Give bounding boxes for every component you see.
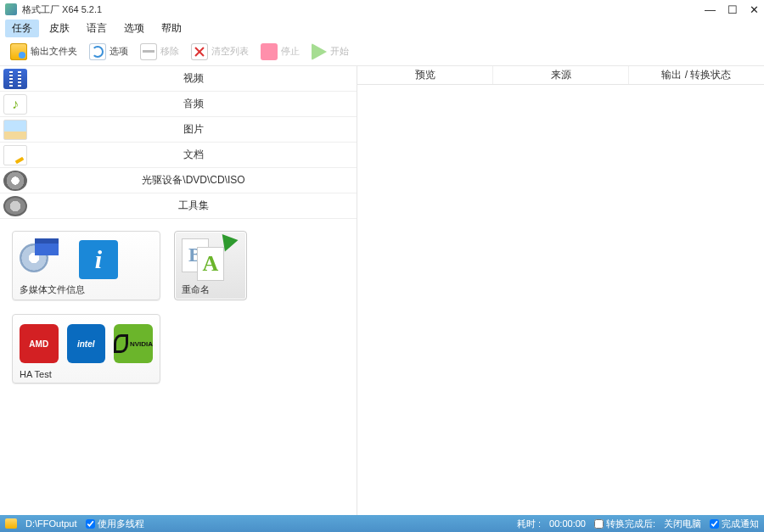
multithread-checkbox[interactable] bbox=[86, 519, 95, 529]
category-video[interactable]: 视频 bbox=[0, 66, 357, 92]
multithread-label: 使用多线程 bbox=[98, 518, 144, 530]
stop-icon bbox=[261, 43, 278, 60]
menu-bar: 任务 皮肤 语言 选项 帮助 bbox=[0, 19, 764, 37]
notify-toggle[interactable]: 完成通知 bbox=[710, 518, 759, 530]
column-headers: 预览 来源 输出 / 转换状态 bbox=[357, 66, 764, 85]
after-done-label: 转换完成后: bbox=[606, 518, 655, 530]
main-area: 视频 ♪ 音频 图片 文档 光驱设备\DVD\CD\ISO 工具集 bbox=[0, 66, 764, 515]
tools-icon bbox=[3, 196, 27, 216]
category-disc-label: 光驱设备\DVD\CD\ISO bbox=[31, 173, 357, 188]
title-bar: 格式工厂 X64 5.2.1 — ☐ ✕ bbox=[0, 0, 764, 19]
category-image-label: 图片 bbox=[31, 122, 357, 137]
elapsed-value: 00:00:00 bbox=[549, 518, 586, 529]
task-list-body[interactable] bbox=[357, 85, 764, 515]
clear-label: 清空列表 bbox=[211, 45, 249, 58]
amd-logo-icon: AMD bbox=[20, 324, 59, 363]
menu-task[interactable]: 任务 bbox=[5, 20, 39, 37]
menu-help[interactable]: 帮助 bbox=[154, 20, 188, 37]
output-folder-button[interactable]: 输出文件夹 bbox=[5, 40, 82, 64]
maximize-button[interactable]: ☐ bbox=[727, 3, 738, 16]
tiles-panel: i 多媒体文件信息 BA 重命名 AMD intel NVIDIA HA bbox=[0, 219, 357, 395]
media-info-icon bbox=[20, 238, 70, 281]
tile-media-info[interactable]: i 多媒体文件信息 bbox=[12, 231, 160, 300]
tile-rename-label: 重命名 bbox=[182, 283, 239, 296]
tile-media-info-label: 多媒体文件信息 bbox=[20, 283, 153, 296]
tile-ha-test-label: HA Test bbox=[20, 369, 153, 379]
stop-label: 停止 bbox=[281, 45, 300, 58]
multithread-toggle[interactable]: 使用多线程 bbox=[86, 518, 144, 530]
remove-icon bbox=[140, 43, 157, 60]
notify-label: 完成通知 bbox=[722, 518, 759, 530]
document-icon bbox=[3, 145, 27, 165]
category-video-label: 视频 bbox=[31, 71, 357, 86]
close-button[interactable]: ✕ bbox=[750, 3, 759, 16]
task-list-panel: 预览 来源 输出 / 转换状态 bbox=[357, 66, 764, 515]
info-icon: i bbox=[79, 240, 118, 279]
status-bar: D:\FFOutput 使用多线程 耗时 : 00:00:00 转换完成后: 关… bbox=[0, 515, 764, 532]
category-disc[interactable]: 光驱设备\DVD\CD\ISO bbox=[0, 168, 357, 193]
disc-icon bbox=[3, 171, 27, 191]
category-document-label: 文档 bbox=[31, 148, 357, 162]
video-icon bbox=[3, 69, 27, 89]
status-folder-icon bbox=[5, 518, 17, 529]
rename-icon: BA bbox=[182, 238, 233, 281]
app-icon bbox=[5, 3, 17, 15]
clear-icon bbox=[191, 43, 208, 60]
minimize-button[interactable]: — bbox=[705, 3, 716, 16]
clear-list-button[interactable]: 清空列表 bbox=[186, 40, 254, 64]
window-title: 格式工厂 X64 5.2.1 bbox=[22, 3, 705, 16]
category-image[interactable]: 图片 bbox=[0, 117, 357, 143]
remove-button[interactable]: 移除 bbox=[135, 40, 184, 64]
intel-logo-icon: intel bbox=[67, 324, 106, 363]
window-controls: — ☐ ✕ bbox=[705, 3, 759, 16]
options-icon bbox=[89, 43, 106, 60]
category-document[interactable]: 文档 bbox=[0, 143, 357, 168]
remove-label: 移除 bbox=[160, 45, 179, 58]
col-source[interactable]: 来源 bbox=[493, 66, 629, 84]
options-label: 选项 bbox=[110, 45, 128, 58]
col-preview[interactable]: 预览 bbox=[357, 66, 493, 84]
after-done-group: 转换完成后: bbox=[594, 518, 655, 530]
folder-icon bbox=[10, 43, 27, 60]
sidebar: 视频 ♪ 音频 图片 文档 光驱设备\DVD\CD\ISO 工具集 bbox=[0, 66, 357, 515]
col-output[interactable]: 输出 / 转换状态 bbox=[629, 66, 764, 84]
category-tools-label: 工具集 bbox=[31, 199, 357, 213]
output-folder-label: 输出文件夹 bbox=[31, 45, 77, 58]
nvidia-logo-icon: NVIDIA bbox=[114, 324, 153, 363]
tile-ha-test[interactable]: AMD intel NVIDIA HA Test bbox=[12, 314, 160, 384]
play-icon bbox=[312, 43, 327, 60]
notify-checkbox[interactable] bbox=[710, 519, 719, 529]
shutdown-option[interactable]: 关闭电脑 bbox=[664, 518, 701, 530]
image-icon bbox=[3, 120, 27, 140]
category-audio-label: 音频 bbox=[31, 97, 357, 111]
toolbar: 输出文件夹 选项 移除 清空列表 停止 开始 bbox=[0, 37, 764, 66]
audio-icon: ♪ bbox=[3, 94, 27, 115]
elapsed-label: 耗时 : bbox=[517, 518, 541, 530]
options-button[interactable]: 选项 bbox=[84, 40, 133, 64]
tile-rename[interactable]: BA 重命名 bbox=[174, 231, 247, 300]
start-label: 开始 bbox=[330, 45, 349, 58]
after-done-checkbox[interactable] bbox=[594, 519, 604, 529]
category-audio[interactable]: ♪ 音频 bbox=[0, 92, 357, 117]
output-path[interactable]: D:\FFOutput bbox=[25, 518, 77, 529]
menu-language[interactable]: 语言 bbox=[80, 20, 114, 37]
category-tools[interactable]: 工具集 bbox=[0, 193, 357, 219]
start-button[interactable]: 开始 bbox=[306, 40, 354, 64]
stop-button[interactable]: 停止 bbox=[256, 40, 305, 64]
menu-skin[interactable]: 皮肤 bbox=[42, 20, 76, 37]
menu-options[interactable]: 选项 bbox=[117, 20, 151, 37]
